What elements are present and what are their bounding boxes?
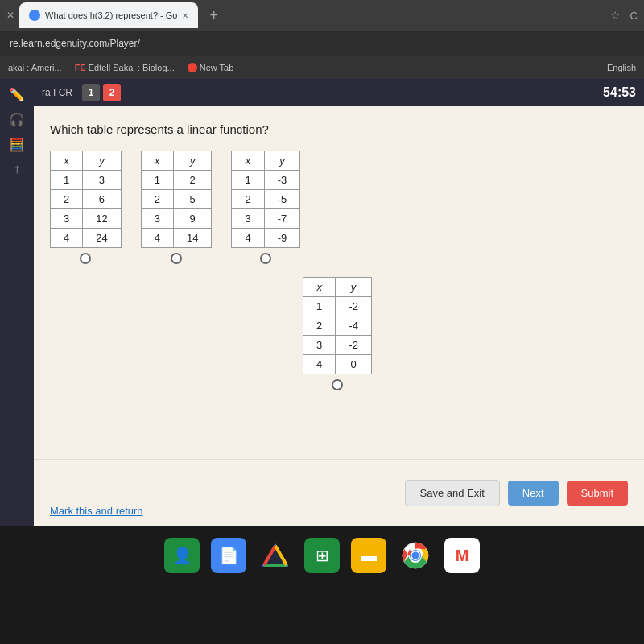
- new-tab-icon[interactable]: +: [203, 7, 225, 24]
- calculator-icon[interactable]: 🧮: [9, 137, 25, 152]
- table-3-radio[interactable]: [260, 253, 271, 264]
- headphone-icon[interactable]: 🎧: [9, 112, 25, 127]
- table-cell: 4: [303, 355, 336, 374]
- browser-tab[interactable]: What does h(3.2) represent? - Go ✕: [19, 2, 198, 28]
- table-row: 3-7: [232, 209, 300, 229]
- table-cell: -4: [336, 316, 372, 336]
- table-cell: 3: [51, 209, 83, 229]
- table-cell: 1: [51, 171, 83, 190]
- tab-1[interactable]: 1: [82, 84, 100, 101]
- table-2-radio[interactable]: [171, 253, 182, 264]
- fe-icon: FE: [75, 63, 86, 72]
- table-row: 2-5: [232, 190, 300, 209]
- table-2-header-y: y: [173, 151, 211, 171]
- bookmark-2-label: Edtell Sakai : Biolog...: [89, 63, 175, 72]
- table-1-header-x: x: [51, 151, 83, 171]
- top-bar: ra I CR 1 2 54:53: [34, 79, 644, 106]
- table-row: 25: [141, 190, 212, 209]
- table-cell: -3: [264, 171, 300, 190]
- pencil-icon[interactable]: ✏️: [9, 87, 25, 102]
- mark-return-link[interactable]: Mark this and return: [50, 505, 143, 517]
- table-4-header-x: x: [303, 278, 336, 297]
- url-bar[interactable]: re.learn.edgenuity.com/Player/: [0, 31, 644, 56]
- table-row: 312: [51, 209, 122, 229]
- tables-top-row: x y 1326312424 x: [50, 151, 625, 264]
- table-row: 40: [303, 355, 372, 374]
- table-cell: 3: [303, 336, 336, 355]
- tab-title: What does h(3.2) represent? - Go: [45, 10, 177, 20]
- submit-button[interactable]: Submit: [567, 481, 628, 506]
- table-1-header-y: y: [83, 151, 121, 171]
- url-text: re.learn.edgenuity.com/Player/: [10, 38, 140, 49]
- save-exit-button[interactable]: Save and Exit: [405, 480, 500, 506]
- table-row: 12: [141, 171, 212, 190]
- table-row: 26: [51, 190, 122, 209]
- table-cell: 9: [173, 209, 211, 229]
- tables-bottom-row: x y 1-22-43-240: [50, 277, 625, 390]
- bookmark-1[interactable]: akai : Ameri...: [8, 63, 62, 72]
- language-label: English: [607, 63, 636, 72]
- table-cell: 4: [141, 229, 173, 248]
- table-row: 39: [141, 209, 212, 229]
- table-cell: -9: [264, 229, 300, 248]
- table-2-wrapper: x y 122539414: [141, 151, 213, 264]
- chrome-icon[interactable]: [398, 538, 433, 573]
- tab-close-icon[interactable]: ✕: [182, 11, 188, 20]
- table-cell: 2: [141, 190, 173, 209]
- next-button[interactable]: Next: [508, 481, 559, 506]
- table-1-radio[interactable]: [80, 253, 91, 264]
- new-tab-favicon: [188, 63, 197, 72]
- table-cell: 3: [232, 209, 264, 229]
- table-cell: 2: [51, 190, 83, 209]
- tab-2[interactable]: 2: [103, 84, 121, 101]
- table-row: 4-9: [232, 229, 300, 248]
- table-row: 424: [51, 229, 122, 248]
- star-icon[interactable]: ☆: [610, 9, 621, 22]
- table-cell: 12: [83, 209, 121, 229]
- taskbar: 👤 📄 ⊞ ▬ M: [0, 526, 644, 584]
- table-1-wrapper: x y 1326312424: [50, 151, 122, 264]
- course-label: ra I CR: [42, 87, 72, 98]
- drive-icon[interactable]: [258, 538, 293, 573]
- table-4-wrapper: x y 1-22-43-240: [303, 277, 372, 390]
- bookmark-3-label: New Tab: [200, 63, 234, 72]
- table-row: 3-2: [303, 336, 372, 355]
- svg-point-8: [412, 552, 419, 559]
- table-row: 414: [141, 229, 212, 248]
- bookmark-2[interactable]: FE Edtell Sakai : Biolog...: [75, 63, 175, 72]
- gmail-icon[interactable]: M: [444, 538, 480, 573]
- table-cell: -2: [336, 297, 372, 316]
- table-3-wrapper: x y 1-32-53-74-9: [231, 151, 300, 264]
- table-2-header-x: x: [141, 151, 173, 171]
- table-cell: 14: [173, 229, 211, 248]
- sheets-icon[interactable]: ⊞: [304, 538, 340, 573]
- arrow-icon[interactable]: ↑: [14, 162, 20, 176]
- bookmarks-bar: akai : Ameri... FE Edtell Sakai : Biolog…: [0, 56, 644, 79]
- close-icon: ✕: [6, 10, 14, 21]
- timer: 54:53: [603, 85, 636, 100]
- classroom-icon[interactable]: 👤: [164, 538, 200, 573]
- table-3-header-x: x: [232, 151, 264, 171]
- table-row: 1-3: [232, 171, 300, 190]
- bookmark-3[interactable]: New Tab: [188, 63, 234, 72]
- table-cell: 1: [303, 297, 336, 316]
- table-cell: -5: [264, 190, 300, 209]
- footer-area: Mark this and return Save and Exit Next …: [34, 459, 644, 526]
- content-area: ra I CR 1 2 54:53 Which table represents…: [34, 79, 644, 526]
- table-cell: 2: [232, 190, 264, 209]
- table-4-radio[interactable]: [332, 379, 343, 390]
- table-cell: 1: [232, 171, 264, 190]
- table-cell: 3: [83, 171, 121, 190]
- table-4: x y 1-22-43-240: [303, 277, 372, 374]
- table-cell: 6: [83, 190, 121, 209]
- bookmark-1-label: akai : Ameri...: [8, 63, 62, 72]
- table-3: x y 1-32-53-74-9: [231, 151, 300, 248]
- table-cell: -7: [264, 209, 300, 229]
- docs-icon[interactable]: 📄: [211, 538, 246, 573]
- slides-icon[interactable]: ▬: [351, 538, 386, 573]
- sidebar: ✏️ 🎧 🧮 ↑: [0, 79, 34, 526]
- table-cell: 2: [303, 316, 336, 336]
- table-cell: 2: [173, 171, 211, 190]
- browser-chrome: ✕ What does h(3.2) represent? - Go ✕ + ☆…: [0, 0, 644, 31]
- table-row: 13: [51, 171, 122, 190]
